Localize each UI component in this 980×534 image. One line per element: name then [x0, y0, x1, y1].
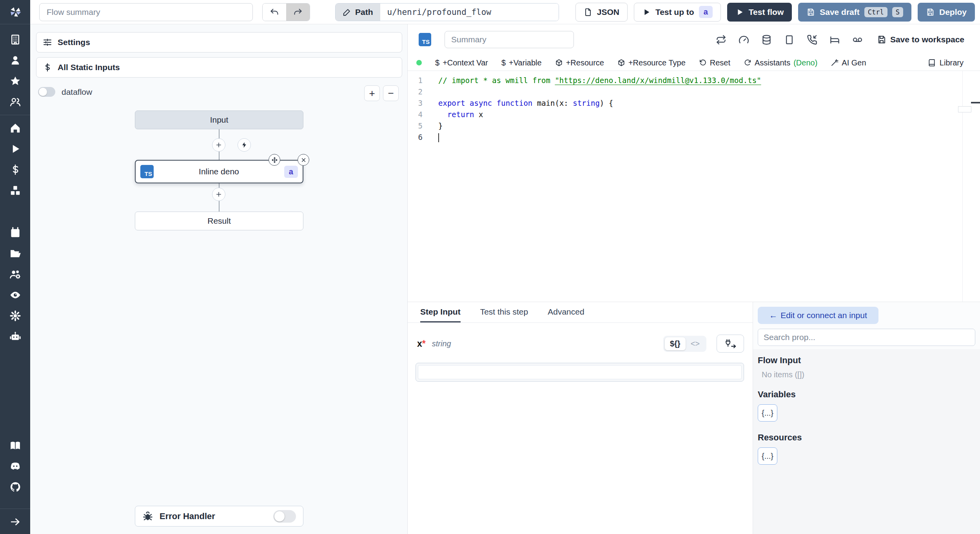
test-up-to-label: Test up to: [655, 7, 694, 17]
reset-button[interactable]: Reset: [699, 58, 730, 67]
windmill-logo-icon[interactable]: [0, 0, 30, 24]
code-line[interactable]: 3export async function main(x: string) {: [408, 98, 980, 109]
calendar-icon[interactable]: [9, 227, 21, 239]
dataflow-toggle[interactable]: [38, 87, 55, 97]
square-icon[interactable]: [784, 34, 795, 45]
save-to-workspace-button[interactable]: Save to workspace: [877, 35, 964, 44]
code-text: [423, 86, 438, 98]
arg-name: x: [417, 339, 422, 349]
assistants-button[interactable]: Assistants (Deno): [744, 58, 817, 67]
code-line[interactable]: 5}: [408, 120, 980, 132]
move-step-button[interactable]: [269, 154, 280, 166]
ai-gen-label: AI Gen: [842, 58, 866, 67]
tab-advanced[interactable]: Advanced: [548, 307, 584, 322]
gauge-icon[interactable]: [739, 34, 749, 45]
code-mode-button[interactable]: <>: [686, 337, 705, 350]
redo-button[interactable]: [286, 4, 310, 21]
play-icon[interactable]: [9, 143, 21, 155]
step-bottom-panel: Step Input Test this step Advanced x * s…: [408, 302, 980, 534]
ai-gen-button[interactable]: AI Gen: [831, 58, 866, 67]
deploy-button[interactable]: Deploy: [918, 3, 975, 22]
error-handler-node[interactable]: Error Handler: [135, 506, 303, 527]
book-icon: [928, 59, 936, 67]
prop-search-input[interactable]: [758, 329, 975, 346]
test-up-to-button[interactable]: Test up to a: [634, 3, 721, 22]
robot-icon[interactable]: [9, 331, 21, 342]
building-icon[interactable]: [9, 34, 21, 45]
gear-icon[interactable]: [9, 310, 21, 322]
code-line[interactable]: 2: [408, 86, 980, 98]
tab-step-input[interactable]: Step Input: [420, 307, 461, 322]
add-variable-button[interactable]: $ +Variable: [501, 58, 542, 67]
edit-or-connect-button[interactable]: ← Edit or connect an input: [758, 307, 878, 324]
save-draft-button[interactable]: Save draft Ctrl S: [798, 3, 911, 22]
user-icon[interactable]: [9, 54, 21, 66]
resources-expand-button[interactable]: {...}: [758, 447, 777, 465]
step-node-label: Inline deno: [199, 167, 239, 176]
step-summary-input[interactable]: [445, 31, 574, 48]
save-draft-label: Save draft: [820, 7, 860, 17]
folder-icon[interactable]: [9, 248, 21, 259]
undo-button[interactable]: [263, 4, 286, 21]
variables-expand-button[interactable]: {...}: [758, 404, 777, 422]
insert-step-below-button[interactable]: [212, 188, 225, 201]
lightning-icon: [241, 141, 248, 148]
add-resource-button[interactable]: +Resource: [555, 58, 604, 67]
code-line[interactable]: 4 return x: [408, 109, 980, 120]
editor-scrollbar[interactable]: [962, 71, 980, 302]
insert-step-button[interactable]: [212, 138, 225, 152]
error-handler-toggle[interactable]: [273, 510, 296, 523]
flow-summary-input[interactable]: [39, 3, 253, 21]
line-number: 2: [408, 86, 423, 98]
topbar: Path JSON Test up to a Test flow Save dr…: [30, 0, 980, 24]
add-trigger-button[interactable]: [238, 138, 251, 152]
sliders-icon: [43, 38, 52, 47]
flow-input-empty-text: No items ([]): [762, 370, 980, 379]
typescript-badge: TS: [140, 165, 154, 178]
library-button[interactable]: Library: [928, 58, 971, 67]
add-context-var-button[interactable]: $ +Context Var: [435, 58, 488, 67]
phone-incoming-icon[interactable]: [807, 34, 817, 45]
step-tabs: Step Input Test this step Advanced: [408, 302, 753, 323]
add-resource-type-button[interactable]: +Resource Type: [617, 58, 686, 67]
boxes-icon[interactable]: [9, 185, 21, 196]
star-icon[interactable]: [9, 75, 21, 87]
repeat-icon[interactable]: [716, 34, 726, 45]
flow-result-node-label: Result: [207, 216, 231, 226]
code-editor[interactable]: 1// import * as wmill from "https://deno…: [408, 71, 980, 302]
bed-icon[interactable]: [829, 34, 840, 45]
users-gear-icon[interactable]: [9, 268, 21, 280]
github-icon[interactable]: [9, 481, 21, 493]
code-line[interactable]: 6: [408, 132, 980, 143]
expr-mode-button[interactable]: ${}: [665, 337, 686, 350]
flow-result-node[interactable]: Result: [135, 212, 303, 230]
connect-input-button[interactable]: [717, 335, 744, 353]
users-icon[interactable]: [9, 96, 21, 108]
zoom-out-button[interactable]: −: [383, 85, 399, 101]
arg-required-mark: *: [422, 339, 426, 349]
code-text: return x: [423, 109, 483, 120]
delete-step-button[interactable]: [298, 154, 309, 166]
sidebar-group-admin: [9, 227, 21, 342]
path-button[interactable]: Path: [336, 4, 380, 21]
expand-sidebar-arrow-icon[interactable]: [9, 516, 21, 528]
code-line[interactable]: 1// import * as wmill from "https://deno…: [408, 75, 980, 86]
discord-icon[interactable]: [9, 460, 21, 472]
home-icon[interactable]: [9, 122, 21, 134]
path-input[interactable]: [380, 4, 559, 21]
tab-test-this-step[interactable]: Test this step: [480, 307, 528, 322]
json-button[interactable]: JSON: [575, 3, 628, 22]
zoom-in-button[interactable]: +: [364, 85, 380, 101]
arg-value-input[interactable]: [418, 365, 742, 379]
database-icon[interactable]: [761, 34, 772, 45]
flow-input-node[interactable]: Input: [135, 110, 303, 129]
refresh-icon: [744, 59, 751, 67]
all-static-inputs-button[interactable]: All Static Inputs: [36, 57, 402, 78]
flow-input-node-label: Input: [210, 115, 229, 125]
eye-icon[interactable]: [9, 289, 21, 301]
test-flow-button[interactable]: Test flow: [727, 3, 792, 22]
dollar-icon[interactable]: [9, 164, 21, 176]
voicemail-icon[interactable]: [852, 34, 863, 45]
settings-button[interactable]: Settings: [36, 32, 402, 52]
book-icon[interactable]: [9, 440, 21, 451]
